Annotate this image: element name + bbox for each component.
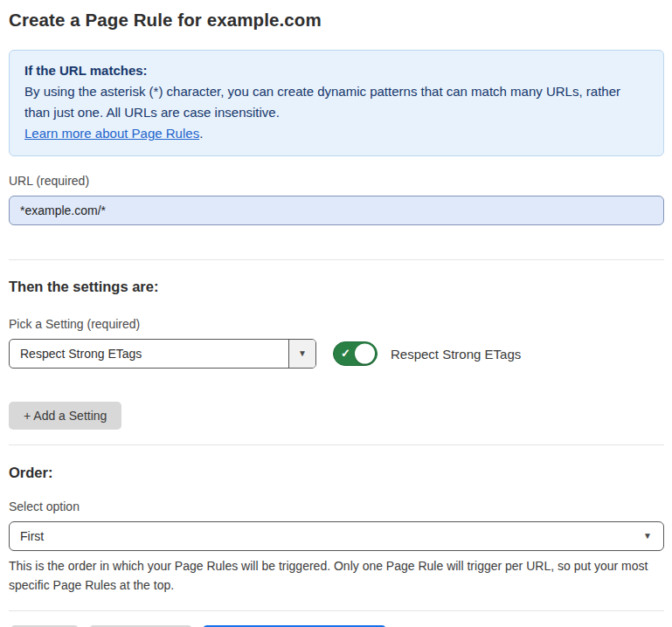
settings-section-heading: Then the settings are:	[9, 278, 664, 296]
toggle-knob	[355, 344, 375, 364]
add-setting-button[interactable]: + Add a Setting	[9, 402, 121, 430]
url-field-label: URL (required)	[9, 173, 664, 189]
setting-select-value: Respect Strong ETags	[10, 340, 288, 368]
link-suffix: .	[199, 126, 203, 141]
toggle-label: Respect Strong ETags	[391, 347, 521, 362]
order-select[interactable]: First ▼	[9, 521, 664, 551]
order-select-label: Select option	[9, 499, 664, 514]
chevron-down-icon: ▼	[643, 532, 652, 541]
check-icon: ✓	[341, 348, 350, 359]
setting-select-arrow-button[interactable]: ▼	[288, 340, 315, 368]
info-box-body: By using the asterisk (*) character, you…	[24, 81, 648, 123]
chevron-down-icon: ▼	[298, 349, 307, 358]
setting-select[interactable]: Respect Strong ETags ▼	[9, 339, 316, 369]
url-match-info-box: If the URL matches: By using the asteris…	[9, 50, 664, 156]
pick-setting-label: Pick a Setting (required)	[9, 316, 664, 332]
info-box-link-line: Learn more about Page Rules.	[24, 123, 648, 144]
order-help-text: This is the order in which your Page Rul…	[9, 556, 660, 595]
create-page-rule-page: Create a Page Rule for example.com If th…	[0, 0, 672, 627]
info-box-heading: If the URL matches:	[24, 60, 648, 81]
setting-row: Respect Strong ETags ▼ ✓ Respect Strong …	[9, 339, 664, 369]
learn-more-link[interactable]: Learn more about Page Rules	[24, 126, 199, 141]
divider	[9, 444, 664, 445]
url-input[interactable]	[9, 196, 664, 225]
toggle-group: ✓ Respect Strong ETags	[333, 341, 521, 366]
divider	[9, 259, 664, 260]
page-title: Create a Page Rule for example.com	[9, 9, 664, 31]
divider	[9, 610, 664, 611]
order-section-heading: Order:	[9, 464, 664, 482]
order-select-value: First	[20, 529, 44, 543]
respect-strong-etags-toggle[interactable]: ✓	[333, 341, 378, 366]
